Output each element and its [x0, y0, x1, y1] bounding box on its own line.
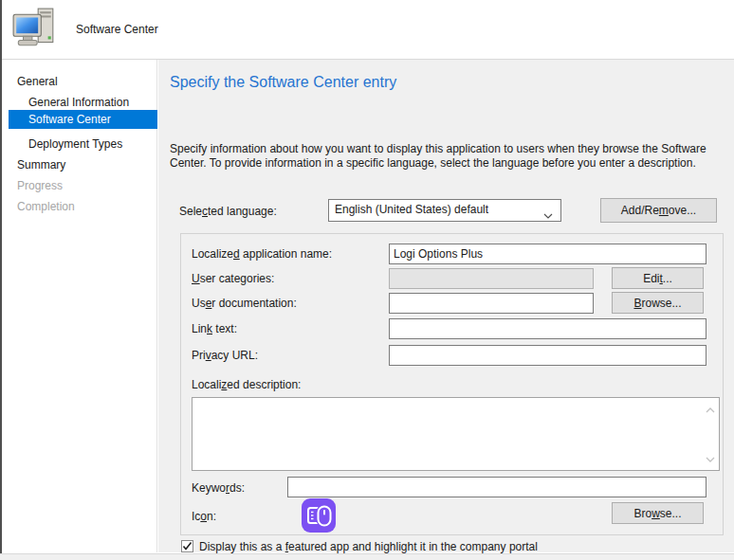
- user-categories-field: [389, 268, 594, 289]
- browse-documentation-button[interactable]: Browse...: [612, 292, 704, 314]
- page-description: Specify information about how you want t…: [170, 142, 734, 171]
- browse-icon-button[interactable]: Browse...: [612, 502, 704, 524]
- sidebar-item-progress: Progress: [17, 177, 63, 194]
- sidebar-item-label: Software Center: [28, 111, 111, 128]
- sidebar-item-software-center[interactable]: Software Center: [9, 110, 157, 129]
- icon-label: Icon:: [192, 510, 216, 523]
- app-name-label: Localized application name:: [192, 247, 332, 261]
- user-documentation-label: User documentation:: [192, 297, 297, 310]
- sidebar-item-general[interactable]: General: [17, 73, 58, 90]
- selected-language-label: Selected language:: [179, 205, 277, 218]
- sidebar-item-completion: Completion: [17, 198, 75, 215]
- language-dropdown[interactable]: English (United States) default: [328, 199, 561, 222]
- page-title: Specify the Software Center entry: [170, 74, 396, 91]
- language-dropdown-value: English (United States) default: [335, 203, 488, 216]
- featured-checkbox[interactable]: [181, 540, 193, 552]
- scroll-down-icon[interactable]: [706, 452, 715, 465]
- wizard-bottom-bar: [0, 553, 734, 560]
- wizard-title: Software Center: [76, 23, 158, 36]
- description-textarea[interactable]: [192, 397, 720, 471]
- sidebar-item-summary[interactable]: Summary: [17, 156, 65, 173]
- add-remove-button[interactable]: Add/Remove...: [600, 198, 717, 223]
- keywords-input[interactable]: [287, 477, 706, 497]
- wizard-nav-sidebar: General General Information Software Cen…: [2, 60, 157, 552]
- edit-categories-button[interactable]: Edit...: [612, 267, 704, 289]
- featured-checkbox-label[interactable]: Display this as a featured app and highl…: [199, 540, 538, 553]
- computer-icon: [11, 7, 57, 52]
- user-documentation-input[interactable]: [389, 293, 594, 314]
- logi-options-plus-icon: [302, 498, 336, 533]
- user-categories-label: User categories:: [192, 272, 274, 285]
- scroll-up-icon[interactable]: [706, 403, 715, 416]
- software-center-wizard-page: Software Center General General Informat…: [0, 0, 734, 560]
- link-text-input[interactable]: [389, 318, 706, 339]
- description-label: Localized description:: [192, 378, 301, 391]
- keywords-label: Keywords:: [192, 481, 245, 495]
- app-name-input[interactable]: [389, 244, 706, 264]
- sidebar-item-general-information[interactable]: General Information: [28, 94, 129, 111]
- wizard-header: Software Center: [2, 0, 734, 59]
- link-text-label: Link text:: [192, 322, 237, 335]
- privacy-url-label: Privacy URL:: [192, 349, 258, 362]
- sidebar-item-deployment-types[interactable]: Deployment Types: [28, 135, 122, 153]
- chevron-down-icon: [543, 208, 553, 222]
- privacy-url-input[interactable]: [389, 345, 706, 366]
